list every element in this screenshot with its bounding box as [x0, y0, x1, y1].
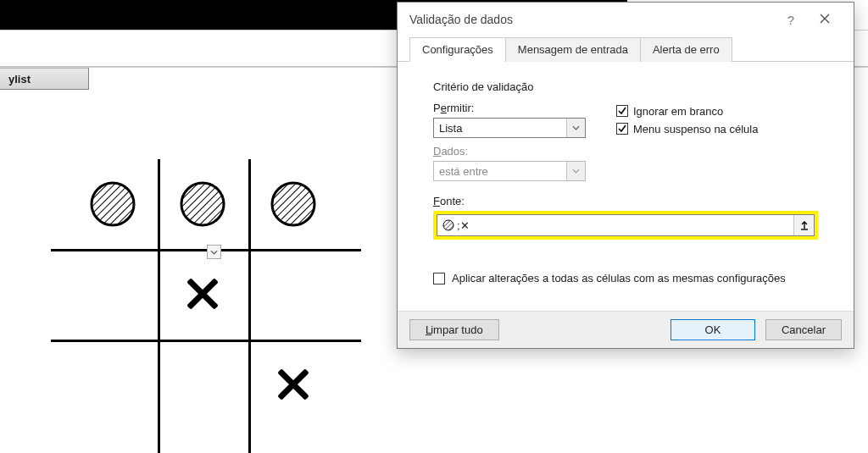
chevron-down-icon [566, 162, 585, 180]
data-combo: está entre [433, 161, 586, 181]
tic-tac-toe-grid [68, 159, 339, 430]
cell-r1c2[interactable] [248, 249, 338, 339]
name-box-ylist[interactable]: ylist [0, 68, 89, 90]
svg-point-2 [92, 183, 134, 225]
source-label: Fonte: [433, 195, 818, 207]
cell-dropdown-button[interactable] [207, 245, 221, 259]
collapse-dialog-button[interactable] [793, 215, 814, 235]
chevron-down-icon [566, 119, 585, 137]
mark-x-icon [274, 365, 313, 404]
dialog-titlebar[interactable]: Validação de dados ? [398, 3, 854, 36]
help-button[interactable]: ? [774, 13, 808, 27]
allow-label: Permitir: [433, 102, 586, 114]
cell-r2c0[interactable] [68, 340, 158, 429]
tab-error-alert[interactable]: Alerta de erro [640, 37, 732, 62]
mark-x-icon [183, 274, 222, 313]
hatched-circle-icon [442, 219, 454, 231]
clear-all-button[interactable]: Limpar tudo [409, 319, 499, 340]
allow-value: Lista [434, 122, 566, 135]
apply-all-label: Aplicar alterações a todas as células co… [452, 272, 786, 285]
tab-input-message[interactable]: Mensagem de entrada [505, 37, 641, 62]
data-validation-dialog: Validação de dados ? Configurações Mensa… [397, 2, 854, 349]
cell-r2c2[interactable] [248, 340, 338, 429]
mark-o-icon [89, 180, 136, 228]
dialog-tabs: Configurações Mensagem de entrada Alerta… [398, 36, 854, 62]
cell-r2c1[interactable] [158, 340, 248, 429]
cell-r0c2[interactable] [248, 159, 338, 249]
mark-o-icon [270, 180, 317, 228]
ignore-blank-checkbox[interactable]: Ignorar em branco [616, 105, 758, 118]
ok-button[interactable]: OK [670, 319, 755, 340]
close-button[interactable] [808, 13, 842, 26]
svg-point-3 [181, 183, 224, 225]
mark-o-icon [179, 180, 226, 228]
cell-r1c1[interactable] [158, 249, 248, 339]
in-cell-dropdown-checkbox[interactable]: Menu suspenso na célula [616, 123, 758, 135]
svg-point-7 [443, 220, 453, 230]
cell-r1c0[interactable] [68, 249, 158, 339]
ignore-blank-label: Ignorar em branco [633, 105, 723, 118]
in-cell-dropdown-label: Menu suspenso na célula [633, 123, 758, 135]
cell-r0c1[interactable] [158, 159, 248, 249]
source-input[interactable]: ;✕ [437, 219, 793, 232]
cell-r0c0[interactable] [68, 159, 158, 249]
data-value: está entre [434, 165, 566, 178]
dialog-title: Validação de dados [409, 13, 513, 26]
allow-combo[interactable]: Lista [433, 118, 586, 138]
source-value: ;✕ [457, 219, 470, 232]
criterion-legend: Critério de validação [433, 80, 537, 93]
data-label: Dados: [433, 145, 818, 157]
svg-point-4 [272, 183, 314, 225]
source-highlight: ;✕ [433, 211, 818, 240]
apply-all-checkbox[interactable] [433, 273, 445, 285]
tab-settings[interactable]: Configurações [409, 37, 506, 62]
cancel-button[interactable]: Cancelar [765, 319, 842, 340]
